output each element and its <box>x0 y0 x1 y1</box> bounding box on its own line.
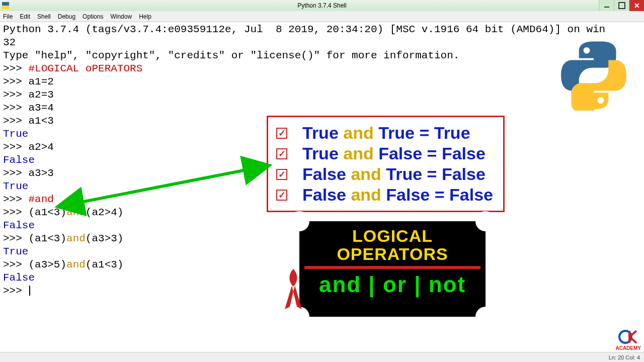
menu-debug[interactable]: Debug <box>58 13 75 20</box>
operators-badge: LOGICALOPERATORS and | or | not <box>299 221 486 317</box>
output-true: True <box>3 128 28 140</box>
title-bar: Python 3.7.4 Shell ✕ <box>0 0 644 11</box>
check-icon: ✓ <box>276 148 287 159</box>
banner-line: Type "help", "copyright", "credits" or "… <box>3 50 459 61</box>
status-bar: Ln: 20 Col: 4 <box>0 352 644 362</box>
banner-line: Python 3.7.4 (tags/v3.7.4:e09359112e, Ju… <box>3 24 605 35</box>
maximize-button[interactable] <box>614 0 629 11</box>
ribbon-icon <box>281 266 306 312</box>
svg-rect-1 <box>2 6 9 9</box>
academy-logo: ACADEMY <box>615 329 641 351</box>
menu-edit[interactable]: Edit <box>20 13 30 20</box>
check-icon: ✓ <box>276 128 287 139</box>
close-button[interactable]: ✕ <box>629 0 644 11</box>
menu-options[interactable]: Options <box>83 13 103 20</box>
banner-line: 32 <box>3 37 16 48</box>
menu-window[interactable]: Window <box>110 13 132 20</box>
output-false: False <box>3 154 35 166</box>
window-controls: ✕ <box>599 0 644 11</box>
menu-bar: File Edit Shell Debug Options Window Hel… <box>0 11 644 22</box>
python-logo-icon <box>558 40 629 111</box>
comment: #LOGICAL oPERATORS <box>28 63 142 74</box>
menu-file[interactable]: File <box>3 13 13 20</box>
cursor-position: Ln: 20 Col: 4 <box>609 354 640 360</box>
check-icon: ✓ <box>276 169 287 180</box>
check-icon: ✓ <box>276 190 287 201</box>
truth-table-overlay: ✓True and True = True ✓True and False = … <box>267 116 505 212</box>
minimize-button[interactable] <box>599 0 614 11</box>
text-cursor <box>29 286 30 296</box>
app-icon <box>2 2 9 9</box>
prompt: >>> <box>3 63 28 74</box>
menu-help[interactable]: Help <box>139 13 151 20</box>
menu-shell[interactable]: Shell <box>37 13 51 20</box>
window-title: Python 3.7.4 Shell <box>297 2 346 9</box>
comment: #and <box>28 194 53 205</box>
